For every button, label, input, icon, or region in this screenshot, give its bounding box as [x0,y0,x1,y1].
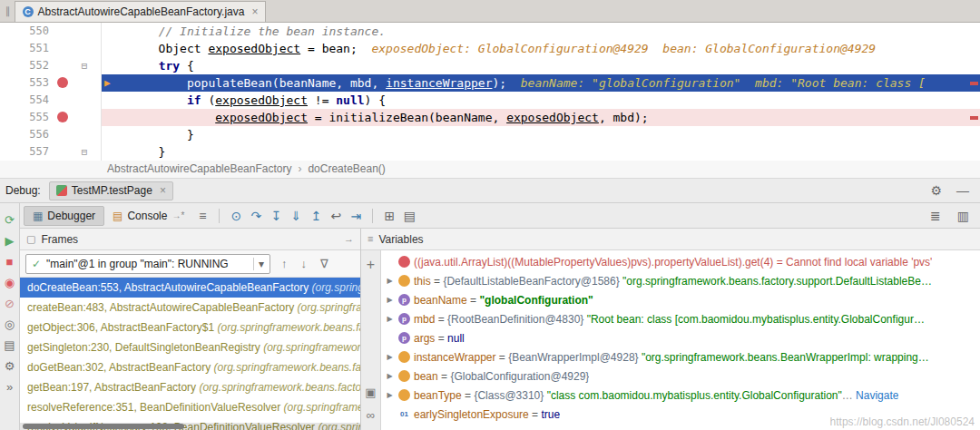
view-options-icon[interactable]: ≣ [930,210,941,222]
variables-icon[interactable]: ≡ [368,234,373,244]
code-text[interactable]: ▶ populateBean(beanName, mbd, instanceWr… [102,74,980,92]
threads-view-icon[interactable]: ▤ [399,210,419,222]
variable-row-bean[interactable]: ▶bean = {GlobalConfiguration@4929} [381,366,980,386]
step-into-icon[interactable]: ↧ [266,210,286,222]
layout-settings-icon[interactable]: ▥ [957,210,969,222]
previous-frame-icon[interactable]: ↑ [281,258,288,269]
frames-icon[interactable]: ▢ [26,234,35,244]
expand-chevron-icon[interactable]: ▶ [385,277,395,285]
rerun-icon[interactable]: ⟳ [5,214,15,226]
thread-selector-dropdown[interactable]: ✓ "main"@1 in group "main": RUNNING ▾ [25,254,270,274]
expand-chevron-icon[interactable]: ▶ [385,372,395,380]
variable-type-icon: 01 [398,408,410,420]
variable-row-instanceWrapper[interactable]: ▶instanceWrapper = {BeanWrapperImpl@4928… [381,347,980,366]
breakpoint-column[interactable] [53,109,74,126]
error-stripe-mark[interactable] [970,82,978,85]
expand-chevron-icon[interactable]: ▶ [385,296,395,304]
toolbar-menu-icon[interactable]: ≡ [192,210,212,222]
tab-debugger[interactable]: ▦ Debugger [24,206,104,226]
variable-token[interactable]: Navigate [856,389,898,402]
code-text[interactable]: Object exposedObject = bean; exposedObje… [102,40,980,57]
frame-row[interactable]: createBean:483, AbstractAutowireCapableB… [20,298,360,318]
line-number: 553 [0,74,53,92]
variable-row-beanName[interactable]: ▶pbeanName = "globalConfiguration" [381,290,980,309]
settings-gear-icon[interactable]: ⚙ [5,360,15,372]
breakpoint-column[interactable] [53,40,74,57]
frame-row[interactable]: doCreateBean:553, AbstractAutowireCapabl… [20,278,360,298]
code-text[interactable]: } [102,126,980,143]
next-frame-icon[interactable]: ↓ [301,258,308,269]
scrollbar-thumb[interactable] [23,424,184,429]
breakpoint-column[interactable] [53,74,74,92]
code-line-555: 555 exposedObject = initializeBean(beanN… [0,109,980,126]
breakpoint-column[interactable] [53,92,74,109]
debug-session-tab[interactable]: TestMP.testPage × [49,181,173,200]
variable-row-beanType[interactable]: ▶beanType = {Class@3310} "class com.baom… [381,386,980,405]
variable-text: args = null [414,332,465,345]
variable-type-icon: p [398,294,410,306]
expand-chevron-icon[interactable]: ▶ [385,353,395,361]
duplicate-watch-icon[interactable]: ▣ [365,386,376,398]
breakpoint-column[interactable] [53,143,74,161]
memory-view-icon[interactable]: ∞ [367,409,375,421]
code-text[interactable]: try { [102,57,980,74]
resume-icon[interactable]: ▶ [5,235,15,247]
filter-frames-icon[interactable]: ∇ [320,258,328,269]
tab-close-icon[interactable]: × [251,5,258,18]
breakpoint-column[interactable] [53,126,74,143]
breadcrumb-method[interactable]: doCreateBean() [308,162,385,175]
tab-console[interactable]: ▤ Console →* [104,206,192,226]
frame-navigation-icons: ↑↓∇ [281,258,328,269]
settings-gear-icon[interactable]: ⚙ [930,184,942,197]
variable-row-watch-pvs[interactable]: ((java.util.ArrayList)((MutablePropertyV… [381,252,980,271]
step-out-icon[interactable]: ↥ [306,210,326,222]
breakpoint-column[interactable] [53,57,74,74]
thread-dump-icon[interactable]: ◎ [5,318,15,330]
frame-row[interactable]: resolveReference:351, BeanDefinitionValu… [20,397,360,417]
horizontal-scrollbar[interactable] [20,423,360,430]
code-token: = initializeBean(beanName, [308,111,506,124]
frame-row[interactable]: getBean:197, AbstractBeanFactory (org.sp… [20,377,360,397]
error-stripe-mark[interactable] [970,116,978,120]
frame-row[interactable]: doGetBean:302, AbstractBeanFactory (org.… [20,357,360,377]
code-text[interactable]: exposedObject = initializeBean(beanName,… [102,109,980,126]
restore-layout-icon[interactable]: ▤ [4,339,15,351]
breakpoint-column[interactable] [53,23,74,40]
evaluate-expression-icon[interactable]: ⊞ [379,210,399,222]
code-editor[interactable]: 550 // Initialize the bean instance.551 … [0,23,980,161]
frame-row[interactable]: getObject:306, AbstractBeanFactory$1 (or… [20,318,360,337]
frame-row[interactable]: getSingleton:230, DefaultSingletonBeanRe… [20,337,360,357]
view-breakpoints-icon[interactable]: ◉ [5,277,15,288]
tab-close-icon[interactable]: × [160,184,166,197]
code-text[interactable]: // Initialize the bean instance. [102,23,980,40]
fold-icon[interactable]: ⊟ [82,60,88,72]
add-watch-icon[interactable]: + [367,258,375,272]
chevron-down-icon[interactable]: ▾ [253,258,264,270]
mute-breakpoints-icon[interactable]: ⊘ [5,298,15,309]
pin-icon[interactable]: → [344,234,354,244]
drop-frame-icon[interactable]: ↩ [326,210,346,222]
fold-icon[interactable]: ⊟ [82,146,88,158]
expand-chevron-icon[interactable]: ▶ [385,315,395,323]
fold-column [74,92,94,109]
editor-tab[interactable]: C AbstractAutowireCapableBeanFactory.jav… [15,1,267,22]
breadcrumb-class[interactable]: AbstractAutowireCapableBeanFactory [107,162,291,175]
more-options-icon[interactable]: » [6,381,13,393]
tab-strip-icon[interactable]: ∥ [2,5,15,17]
code-token: beanName: "globalConfiguration" mbd: "Ro… [521,76,926,90]
show-execution-point-icon[interactable]: ⊙ [226,210,246,222]
variable-row-this[interactable]: ▶this = {DefaultListableBeanFactory@1586… [381,271,980,290]
code-text[interactable]: } [102,143,980,161]
stop-icon[interactable]: ■ [6,256,14,268]
variable-row-args[interactable]: pargs = null [381,328,980,347]
breakpoint-icon[interactable] [57,77,68,88]
breakpoint-icon[interactable] [57,112,68,122]
variable-token: = [773,256,786,269]
step-over-icon[interactable]: ↷ [246,210,266,222]
expand-chevron-icon[interactable]: ▶ [385,391,395,399]
hide-window-icon[interactable]: — [956,184,969,197]
run-to-cursor-icon[interactable]: ⇥ [346,210,366,222]
variable-row-mbd[interactable]: ▶pmbd = {RootBeanDefinition@4830} "Root … [381,309,980,328]
code-text[interactable]: if (exposedObject != null) { [102,92,980,109]
force-step-into-icon[interactable]: ⇓ [286,210,306,222]
